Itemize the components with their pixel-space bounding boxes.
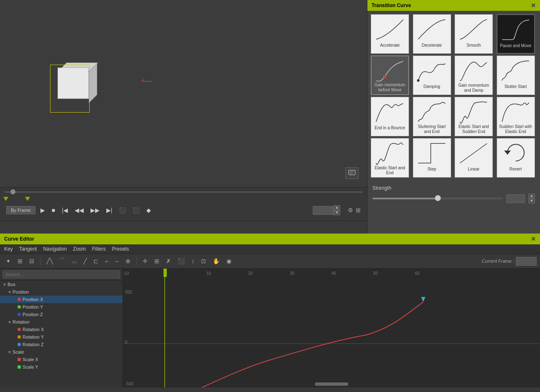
strength-track[interactable] xyxy=(372,198,503,199)
curve-item-accelerate[interactable]: Accelerate xyxy=(371,14,409,54)
curve-item-linear[interactable]: Linear xyxy=(455,138,493,178)
svg-text:10: 10 xyxy=(206,271,211,276)
tangent-linear[interactable]: ╱ xyxy=(81,256,89,266)
curve-item-stutter-start[interactable]: Stutter Start xyxy=(497,55,535,95)
svg-point-13 xyxy=(417,79,419,82)
comment-icon[interactable] xyxy=(345,167,359,179)
tree-item-rotation-y[interactable]: Rotation Y xyxy=(0,333,123,341)
tangent-clamp[interactable]: ⌐ xyxy=(103,256,111,266)
panel-close-button[interactable]: ✕ xyxy=(531,2,536,9)
normalize-tool[interactable]: ↕ xyxy=(189,256,197,266)
loop-button[interactable]: ⬛ xyxy=(117,206,128,214)
curve-thumbnail-step xyxy=(416,140,448,166)
svg-rect-16 xyxy=(374,99,406,125)
next-frame-button[interactable]: ▶▶ xyxy=(89,206,101,214)
menu-presets[interactable]: Presets xyxy=(112,246,129,252)
tree-item-rotation-x[interactable]: Rotation X xyxy=(0,326,123,333)
strength-input[interactable]: 50 xyxy=(506,194,525,203)
curve-item-revert[interactable]: Revert xyxy=(497,138,535,178)
tree-item-scale-y[interactable]: Scale Y xyxy=(0,363,123,371)
sep-1 xyxy=(40,257,40,265)
curve-scrollbar[interactable] xyxy=(315,382,348,386)
menu-filters[interactable]: Filters xyxy=(92,246,106,252)
search-input[interactable] xyxy=(3,270,120,279)
curve-item-elastic-end[interactable]: Sudden Start with Elastic End xyxy=(497,97,535,136)
curve-label-damping: Damping xyxy=(423,84,440,89)
tree-item-scale[interactable]: ▼ Scale xyxy=(0,348,123,356)
curve-item-step[interactable]: Step xyxy=(413,138,451,178)
curve-item-gain-damp[interactable]: Gain momentum and Damp xyxy=(455,55,493,95)
tree-item-position-x[interactable]: Position X xyxy=(0,296,123,303)
select-tool[interactable]: ✦ xyxy=(3,256,13,266)
curve-area[interactable]: -10 0 10 20 30 40 50 60 500 0 -500 xyxy=(123,269,540,387)
go-to-start-button[interactable]: |◀ xyxy=(60,206,70,214)
layer-tool[interactable]: ⊟ xyxy=(27,256,37,266)
curve-item-smooth[interactable]: Smooth xyxy=(455,14,493,54)
curve-item-pause-and-move[interactable]: Pause and Move xyxy=(497,14,535,54)
axis-indicator xyxy=(142,77,154,87)
tree-item-position-y[interactable]: Position Y xyxy=(0,303,123,311)
menu-tangent[interactable]: Tangent xyxy=(19,246,37,252)
strength-label: Strength xyxy=(372,185,535,191)
scrubber-row[interactable] xyxy=(0,188,367,196)
tree-item-position-z[interactable]: Position Z xyxy=(0,311,123,318)
curve-label-revert: Revert xyxy=(510,167,522,172)
tree-item-scale-x[interactable]: Scale X xyxy=(0,356,123,363)
frame-tool[interactable]: ⬛ xyxy=(175,256,187,266)
svg-rect-18 xyxy=(458,99,490,123)
menu-zoom[interactable]: Zoom xyxy=(73,246,86,252)
buffer-tool[interactable]: ⊡ xyxy=(198,256,208,266)
end-marker[interactable] xyxy=(25,197,30,201)
curve-item-end-bounce[interactable]: End in a Bounce xyxy=(371,97,409,136)
curve-item-elastic-both[interactable]: Elastic Start and End xyxy=(371,138,409,178)
tangent-smooth[interactable]: ⌒ xyxy=(57,256,68,266)
group-tool[interactable]: ⊞ xyxy=(15,256,25,266)
settings-icon[interactable]: ⚙ xyxy=(348,207,353,214)
menu-key[interactable]: Key xyxy=(4,246,13,252)
hand-tool[interactable]: ✋ xyxy=(210,256,222,266)
tangent-plateau[interactable]: ⌢ xyxy=(113,256,121,266)
move-tool[interactable]: ✛ xyxy=(140,256,150,266)
tangent-overshoot[interactable]: ⊕ xyxy=(123,256,133,266)
strength-up-button[interactable]: ▲ xyxy=(528,193,535,199)
menu-navigation[interactable]: Navigation xyxy=(43,246,67,252)
frame-down-button[interactable]: ▼ xyxy=(334,210,340,215)
strength-down-button[interactable]: ▼ xyxy=(528,199,535,204)
stop-button[interactable]: ■ xyxy=(50,206,57,214)
curve-item-gain-momentum[interactable]: Gain momentum before Move xyxy=(371,55,409,95)
curve-item-stutter-both[interactable]: Stuttering Start and End xyxy=(413,97,451,136)
frame-up-button[interactable]: ▲ xyxy=(334,205,340,210)
prev-frame-button[interactable]: ◀◀ xyxy=(73,206,85,214)
current-frame-input[interactable]: 1 xyxy=(516,257,537,266)
svg-text:30: 30 xyxy=(290,271,295,276)
tree-arrow-position: ▼ xyxy=(8,290,13,294)
svg-text:60: 60 xyxy=(415,271,420,276)
svg-rect-21 xyxy=(416,140,448,166)
tree-icon-rotation-z xyxy=(18,343,21,346)
frame-input[interactable]: 1 xyxy=(313,206,334,215)
tree-item-rotation-z[interactable]: Rotation Z xyxy=(0,341,123,348)
tangent-step[interactable]: ⊏ xyxy=(91,256,101,266)
go-to-end-button[interactable]: ▶| xyxy=(105,206,114,214)
curve-item-damping[interactable]: Damping xyxy=(413,55,451,95)
insert-tool[interactable]: ⊞ xyxy=(152,256,162,266)
tree-item-rotation[interactable]: ▼ Rotation xyxy=(0,318,123,326)
curve-editor-close[interactable]: ✕ xyxy=(531,236,536,242)
svg-rect-9 xyxy=(500,17,532,43)
tangent-all[interactable]: ╱╲ xyxy=(44,256,55,266)
info-tool[interactable]: ◉ xyxy=(224,256,234,266)
frame-mode-button[interactable]: By Frame xyxy=(6,206,35,214)
start-marker[interactable] xyxy=(3,197,8,201)
toggle-button[interactable]: ⬛ xyxy=(131,206,141,214)
tangent-corner[interactable]: ⌓ xyxy=(70,256,79,266)
curve-item-decelerate[interactable]: Decelerate xyxy=(413,14,451,54)
delete-tool[interactable]: ✗ xyxy=(163,256,173,266)
tree-item-position[interactable]: ▼ Position xyxy=(0,288,123,296)
strength-thumb[interactable] xyxy=(435,195,441,201)
play-button[interactable]: ▶ xyxy=(39,206,47,214)
key-button[interactable]: ◆ xyxy=(145,206,153,214)
tree-item-box[interactable]: ▼ Box xyxy=(0,281,123,288)
curve-item-elastic-start[interactable]: Elastic Start and Sudden End xyxy=(455,97,493,136)
grid-icon[interactable]: ⊞ xyxy=(356,207,361,214)
scrubber-thumb[interactable] xyxy=(10,189,15,194)
